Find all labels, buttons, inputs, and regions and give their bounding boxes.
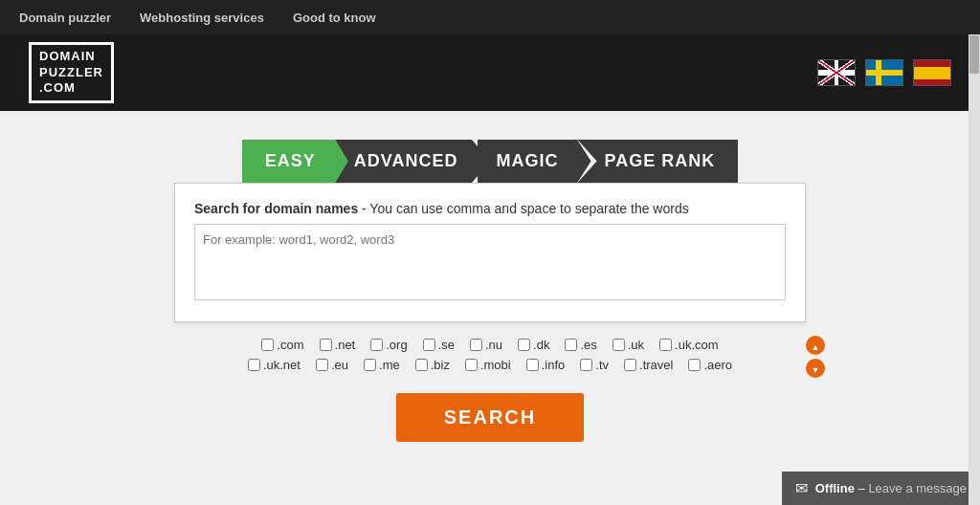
- tab-magic[interactable]: MAGIC: [478, 140, 591, 183]
- checkbox-biz[interactable]: [415, 359, 428, 371]
- tld-mobi: .mobi: [465, 358, 511, 372]
- tld-ukcom: .uk.com: [659, 338, 719, 352]
- logo[interactable]: DOMAIN PUZZLER .COM: [29, 42, 114, 104]
- tld-arrow-down[interactable]: [806, 359, 825, 378]
- tld-travel: .travel: [624, 358, 673, 372]
- main-content: EASY ADVANCED MAGIC PAGE RANK Search for…: [0, 111, 980, 474]
- checkbox-com[interactable]: [261, 339, 274, 351]
- tld-aero: .aero: [688, 358, 732, 372]
- tld-se: .se: [423, 338, 455, 352]
- checkbox-uknet[interactable]: [248, 359, 260, 371]
- tld-nu: .nu: [470, 338, 502, 352]
- tld-es: .es: [565, 338, 596, 352]
- checkbox-ukcom[interactable]: [659, 339, 672, 351]
- checkbox-uk[interactable]: [612, 339, 625, 351]
- checkbox-dk[interactable]: [518, 339, 530, 351]
- flags-container: [817, 59, 951, 86]
- checkbox-nu[interactable]: [470, 339, 482, 351]
- navbar: Domain puzzler Webhosting services Good …: [0, 0, 980, 34]
- checkbox-es[interactable]: [565, 339, 577, 351]
- navbar-item-good-to-know[interactable]: Good to know: [293, 11, 376, 25]
- scrollbar[interactable]: [969, 34, 980, 474]
- tld-net: .net: [320, 338, 356, 352]
- scrollbar-thumb: [969, 35, 979, 74]
- arrow-down-icon: [812, 360, 820, 377]
- search-box: Search for domain names - You can use co…: [174, 183, 806, 322]
- tld-dk: .dk: [518, 338, 549, 352]
- logo-line1: DOMAIN: [39, 49, 96, 63]
- checkbox-tv[interactable]: [580, 359, 592, 371]
- checkbox-me[interactable]: [364, 359, 376, 371]
- checkbox-se[interactable]: [423, 339, 435, 351]
- tld-com: .com: [261, 338, 303, 352]
- tabs-container: EASY ADVANCED MAGIC PAGE RANK: [242, 140, 738, 183]
- logo-line2: PUZZLER: [39, 65, 103, 79]
- search-btn-row: SEARCH: [396, 393, 584, 442]
- search-label-sub: - You can use comma and space to separat…: [358, 201, 689, 216]
- tld-eu: .eu: [316, 358, 348, 372]
- checkbox-org[interactable]: [370, 339, 383, 351]
- checkbox-eu[interactable]: [316, 359, 328, 371]
- checkbox-aero[interactable]: [688, 359, 701, 371]
- tld-tv: .tv: [580, 358, 609, 372]
- arrow-up-icon: [812, 337, 820, 354]
- checkbox-info[interactable]: [526, 359, 539, 371]
- tld-uk: .uk: [612, 338, 644, 352]
- search-label: Search for domain names - You can use co…: [194, 201, 786, 216]
- navbar-item-domain-puzzler[interactable]: Domain puzzler: [19, 11, 111, 25]
- tld-arrow-up[interactable]: [806, 336, 825, 355]
- checkbox-mobi[interactable]: [465, 359, 478, 371]
- tld-info: .info: [526, 358, 566, 372]
- checkbox-net[interactable]: [320, 339, 332, 351]
- es-flag[interactable]: [913, 59, 951, 86]
- tld-row-2: .uk.net .eu .me .biz .mobi .info: [184, 358, 796, 372]
- header: DOMAIN PUZZLER .COM: [0, 34, 980, 111]
- search-button[interactable]: SEARCH: [396, 393, 584, 442]
- tld-section: .com .net .org .se .nu .dk: [174, 338, 806, 378]
- search-label-bold: Search for domain names: [194, 201, 358, 216]
- logo-line3: .COM: [39, 80, 76, 95]
- uk-flag[interactable]: [817, 59, 856, 86]
- tab-advanced[interactable]: ADVANCED: [335, 140, 491, 183]
- tld-org: .org: [370, 338, 407, 352]
- tld-me: .me: [364, 358, 400, 372]
- tld-uknet: .uk.net: [248, 358, 301, 372]
- tab-pagerank[interactable]: PAGE RANK: [578, 140, 739, 183]
- navbar-item-webhosting[interactable]: Webhosting services: [140, 11, 264, 25]
- search-textarea[interactable]: [194, 224, 786, 300]
- tab-easy[interactable]: EASY: [242, 140, 348, 183]
- se-flag[interactable]: [865, 59, 903, 86]
- offline-widget[interactable]: ✉ Offline – Leave a message: [782, 472, 980, 474]
- tld-row-1: .com .net .org .se .nu .dk: [184, 338, 796, 352]
- checkbox-travel[interactable]: [624, 359, 636, 371]
- tld-biz: .biz: [415, 358, 450, 372]
